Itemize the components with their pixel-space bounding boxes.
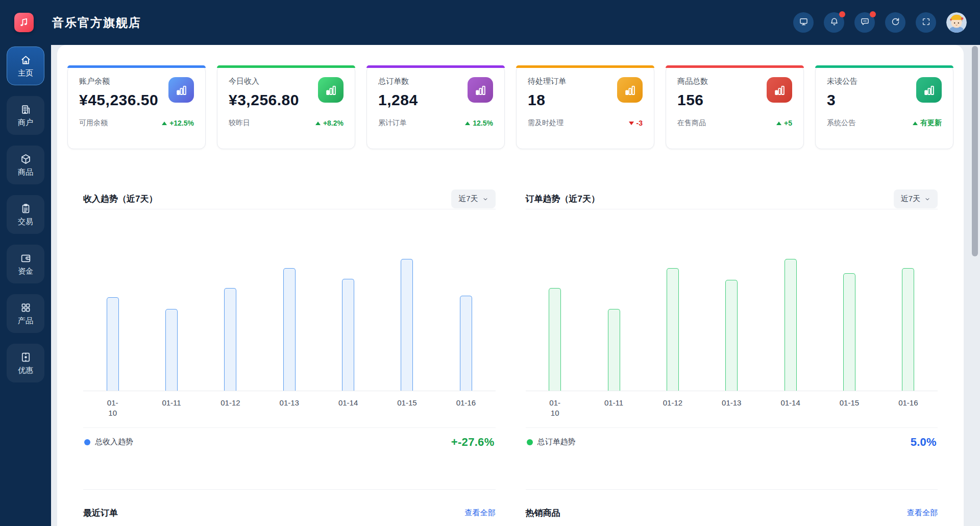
trend-percentage: 5.0% — [911, 436, 937, 449]
bar-01-12 — [667, 268, 679, 391]
bar-chart-icon — [318, 77, 344, 103]
date-range-dropdown[interactable]: 近7天 — [451, 189, 495, 208]
x-axis-tick: 01-14 — [780, 398, 800, 419]
legend-series-label: 总收入趋势 — [95, 437, 133, 447]
bar-01-13 — [283, 268, 296, 391]
sidebar-item-label: 交易 — [18, 217, 33, 227]
trend-arrow-icon — [465, 122, 470, 125]
card-accent-strip — [666, 65, 804, 68]
date-range-dropdown[interactable]: 近7天 — [894, 189, 938, 208]
trend-arrow-icon — [913, 122, 918, 125]
store-title: 音乐官方旗舰店 — [52, 15, 141, 31]
wallet-icon — [20, 252, 32, 264]
sidebar-item-label: 产品 — [18, 316, 33, 326]
notification-dot — [839, 11, 845, 17]
legend-series-label: 总订单趋势 — [537, 437, 576, 447]
view-all-link[interactable]: 查看全部 — [907, 508, 938, 518]
trend-arrow-icon — [629, 122, 634, 125]
scrollbar[interactable] — [972, 46, 978, 256]
chat-icon — [860, 17, 870, 28]
chart-panel-orders: 订单趋势（近7天） 近7天 01-1001-1101-1201-1301-140… — [526, 189, 938, 457]
sidebar-item-wallet[interactable]: 资金 — [7, 245, 44, 283]
navbar-actions — [793, 12, 967, 33]
sidebar-item-coupon[interactable]: 优惠 — [7, 344, 44, 382]
chart-title: 订单趋势（近7天） — [526, 193, 600, 205]
sidebar-item-label: 优惠 — [18, 366, 33, 375]
stat-card: 账户余额 ¥45,236.50 可用余额 +12.5% — [67, 65, 206, 149]
top-navbar: 音乐官方旗舰店 — [0, 0, 980, 45]
x-axis-tick: 01-12 — [220, 398, 240, 419]
section-title: 热销商品 — [526, 507, 560, 519]
x-axis-tick: 01-11 — [604, 398, 623, 419]
bar-01-13 — [725, 280, 738, 391]
chat-button[interactable] — [854, 12, 875, 33]
chart-panel-income: 收入趋势（近7天） 近7天 01-1001-1101-1201-1301-140… — [83, 189, 496, 457]
trend-arrow-icon — [776, 122, 781, 125]
stat-card-footer-label: 较昨日 — [229, 118, 250, 128]
view-all-link[interactable]: 查看全部 — [465, 508, 496, 518]
clipboard-icon — [20, 203, 32, 214]
trend-percentage: +-27.6% — [451, 436, 495, 449]
home-icon — [20, 54, 32, 66]
notification-dot — [870, 11, 876, 17]
x-axis-tick: 01-12 — [663, 398, 682, 419]
card-accent-strip — [217, 65, 355, 68]
x-axis-tick: 01-13 — [722, 398, 741, 419]
stat-card: 商品总数 156 在售商品 +5 — [666, 65, 804, 149]
stat-card-footer-label: 系统公告 — [827, 118, 855, 128]
sidebar-item-package[interactable]: 商品 — [7, 146, 44, 184]
card-accent-strip — [67, 65, 206, 68]
legend-dot-icon — [84, 439, 90, 445]
refresh-icon — [891, 17, 900, 28]
monitor-button[interactable] — [793, 12, 814, 33]
main-content-panel: 账户余额 ¥45,236.50 可用余额 +12.5% 今日收入 ¥3,256.… — [57, 45, 964, 526]
stat-card-footer-label: 需及时处理 — [528, 118, 564, 128]
x-axis-tick: 01-16 — [898, 398, 918, 419]
fullscreen-icon — [921, 17, 931, 28]
x-axis-tick: 01-15 — [840, 398, 859, 419]
sidebar-nav: 主页 商户 商品 交易 资金 产品 优惠 — [0, 45, 51, 526]
grid-icon — [20, 302, 32, 314]
stat-card-trend: +12.5% — [162, 119, 194, 127]
stat-card-footer-label: 累计订单 — [378, 118, 407, 128]
bell-button[interactable] — [824, 12, 844, 33]
music-note-icon — [14, 13, 34, 32]
stat-card-footer-label: 在售商品 — [677, 118, 706, 128]
trend-arrow-icon — [162, 122, 167, 125]
sidebar-item-label: 商户 — [18, 118, 33, 128]
bar-chart-plot — [526, 209, 938, 391]
chevron-down-icon — [924, 196, 930, 202]
sidebar-item-clipboard[interactable]: 交易 — [7, 195, 44, 234]
stat-card-trend: 12.5% — [465, 119, 493, 127]
bar-01-10 — [549, 288, 561, 391]
stat-card: 今日收入 ¥3,256.80 较昨日 +8.2% — [217, 65, 355, 149]
sidebar-item-building[interactable]: 商户 — [7, 96, 44, 135]
bar-chart-icon — [468, 77, 493, 103]
bar-01-11 — [165, 309, 178, 391]
sidebar-item-label: 商品 — [18, 168, 33, 177]
stat-card-trend: +5 — [776, 119, 792, 127]
bar-01-14 — [785, 259, 797, 391]
x-axis-tick: 01-16 — [456, 398, 476, 419]
x-axis-tick: 01-15 — [397, 398, 416, 419]
x-axis-tick: 01-10 — [104, 398, 121, 419]
sidebar-item-grid[interactable]: 产品 — [7, 294, 44, 333]
x-axis-tick: 01-13 — [280, 398, 299, 419]
monitor-icon — [799, 17, 808, 28]
trend-arrow-icon — [315, 122, 321, 125]
sidebar-item-label: 主页 — [18, 68, 33, 78]
card-accent-strip — [516, 65, 654, 68]
stat-card-trend: 有更新 — [913, 118, 942, 128]
sidebar-item-home[interactable]: 主页 — [7, 46, 44, 85]
legend-dot-icon — [527, 439, 533, 445]
fullscreen-button[interactable] — [916, 12, 936, 33]
stat-card: 待处理订单 18 需及时处理 -3 — [516, 65, 654, 149]
chevron-down-icon — [482, 196, 488, 202]
refresh-button[interactable] — [885, 12, 905, 33]
bar-01-10 — [107, 297, 119, 391]
bar-01-12 — [224, 288, 236, 391]
bar-01-14 — [342, 279, 354, 391]
x-axis-tick: 01-14 — [338, 398, 358, 419]
bar-01-16 — [460, 296, 472, 391]
user-avatar[interactable] — [946, 12, 967, 33]
